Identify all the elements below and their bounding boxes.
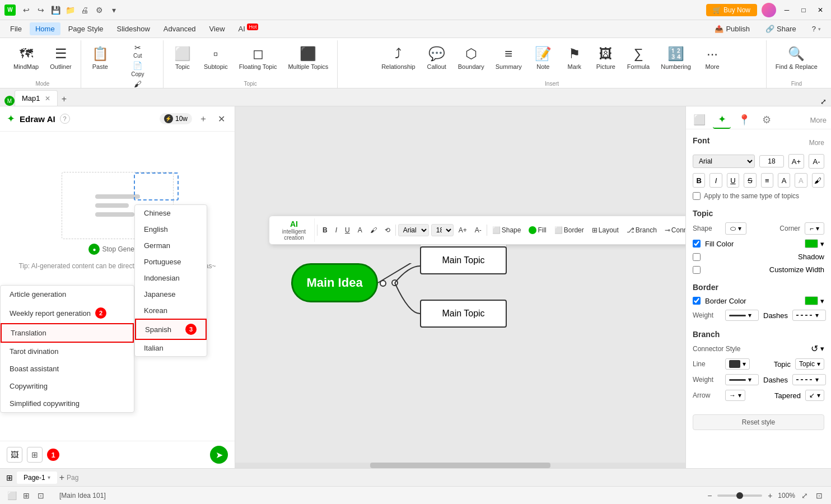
main-idea-node[interactable]: Main Idea [291,263,378,302]
zoom-out-button[interactable]: − [704,490,715,501]
ai-menu-boast[interactable]: Boast assistant [1,360,134,377]
rp-tab-pin[interactable]: 📍 [735,111,753,129]
border-color-dropdown-arrow[interactable]: ▾ [820,297,824,305]
customize-width-checkbox[interactable] [693,266,701,274]
subtopic-button[interactable]: ▫ Subtopic [199,43,232,74]
lang-indonesian[interactable]: Indonesian [135,270,207,286]
ft-italic-button[interactable]: I [333,225,340,236]
fit-page-button[interactable]: ⤢ [800,491,810,501]
lang-spanish[interactable]: Spanish 3 [135,319,207,340]
bold-button[interactable]: B [693,173,705,188]
rp-tab-style[interactable]: ✦ [713,111,731,129]
ft-underline-button[interactable]: U [342,225,353,236]
zoom-thumb[interactable] [736,492,743,499]
cut-button[interactable]: ✂ Cut [117,43,158,60]
paste-button[interactable]: 📋 Paste [86,43,115,74]
topic-2-node[interactable]: Main Topic [420,300,507,328]
menu-home[interactable]: Home [30,22,60,35]
more-button[interactable]: ··· More [698,43,727,74]
ft-branch-button[interactable]: ⎇ Branch [624,225,660,236]
menu-slideshow[interactable]: Slideshow [111,22,156,35]
branch-line-select[interactable]: ▾ [725,358,750,370]
lang-german[interactable]: German [135,237,207,254]
increase-font-button[interactable]: A+ [788,154,804,169]
redo-button[interactable]: ↪ [35,4,47,16]
floating-topic-button[interactable]: ◻ Floating Topic [235,43,282,74]
settings-button[interactable]: ⚙ [93,4,105,16]
ai-bottom-icon1-button[interactable]: 🖼 [7,447,22,463]
canvas-area[interactable]: AI intelligent creation B I U A 🖌 ⟲ Aria… [235,106,685,468]
zoom-in-button[interactable]: + [764,490,776,501]
lang-korean[interactable]: Korean [135,302,207,319]
rp-tab-settings[interactable]: ⚙ [758,111,776,129]
ft-bold-button[interactable]: B [320,225,330,236]
underline-button[interactable]: U [727,173,739,188]
lang-english[interactable]: English [135,221,207,237]
font-size-input[interactable] [759,155,784,167]
fill-color-swatch[interactable] [805,239,818,248]
ft-increase-font-button[interactable]: A+ [456,225,470,236]
ai-bottom-icon2-button[interactable]: ⊞ [27,447,43,463]
multiple-topics-button[interactable]: ⬛ Multiple Topics [283,43,333,74]
corner-select-button[interactable]: ⌐ ▾ [805,222,824,235]
help-button[interactable]: ? ▾ [806,22,827,35]
tab-add-button[interactable]: + [58,92,71,106]
publish-button[interactable]: 📤 Publish [709,22,755,35]
user-avatar[interactable] [762,3,776,17]
picture-button[interactable]: 🖼 Picture [591,43,620,74]
share-button[interactable]: 🔗 Share [760,22,802,35]
dropdown-button[interactable]: ▾ [108,4,120,16]
page-tab-dropdown[interactable]: ▾ [48,474,50,480]
border-weight-select[interactable]: ▾ [725,310,759,321]
ft-layout-button[interactable]: ⊞ Layout [589,225,622,236]
ft-shape-button[interactable]: ⬜ Shape [489,225,524,236]
scrollbar-thumb[interactable] [370,463,550,468]
fullscreen-button[interactable]: ⊡ [814,491,824,501]
apply-same-type-checkbox[interactable] [693,192,701,200]
font-color-A2-button[interactable]: A [795,173,807,188]
outliner-button[interactable]: ☰ Outliner [45,43,76,74]
lang-japanese[interactable]: Japanese [135,286,207,302]
ai-close-button[interactable]: ✕ [214,112,228,125]
highlight-button[interactable]: 🖌 [812,173,824,188]
menu-page-style[interactable]: Page Style [63,22,109,35]
page-tab-1[interactable]: Page-1 ▾ [17,472,57,484]
menu-advanced[interactable]: Advanced [158,22,202,35]
align-button[interactable]: ≡ [761,173,773,188]
copy-button[interactable]: 📄 Copy [117,60,158,78]
ft-highlight-button[interactable]: 🖌 [367,225,380,236]
expand-button[interactable]: ⤢ [820,97,827,106]
relationship-button[interactable]: ⤴ Relationship [377,43,420,74]
callout-button[interactable]: 💬 Callout [422,43,451,74]
formula-button[interactable]: ∑ Formula [623,43,654,74]
ai-menu-article-generation[interactable]: Article generation [1,286,134,303]
status-icon-2[interactable]: ⊞ [21,491,31,501]
italic-button[interactable]: I [709,173,722,188]
ai-menu-simplified-copywriting[interactable]: Simplified copywriting [1,395,134,412]
numbering-button[interactable]: 🔢 Numbering [656,43,695,74]
send-button[interactable]: ➤ [210,446,228,464]
branch-topic-select[interactable]: Topic ▾ [795,358,824,370]
find-replace-button[interactable]: 🔍 Find & Replace [771,43,822,74]
ft-font-select[interactable]: Arial [398,224,429,236]
font-family-select[interactable]: Arial [693,155,755,168]
branch-tapered-select[interactable]: ↙ ▾ [805,390,824,401]
ft-decrease-font-button[interactable]: A- [472,225,484,236]
topic-button[interactable]: ⬜ Topic [168,43,197,74]
ai-menu-tarot[interactable]: Tarot divination [1,343,134,360]
note-button[interactable]: 📝 Note [529,43,558,74]
minimize-button[interactable]: ─ [781,4,793,16]
undo-button[interactable]: ↩ [20,4,32,16]
open-button[interactable]: 📁 [64,4,76,16]
tab-map1[interactable]: Map1 ✕ [15,90,58,106]
ft-fill-button[interactable]: Fill [526,225,549,236]
maximize-button[interactable]: □ [797,4,810,16]
menu-ai[interactable]: AI Hot [233,22,264,35]
border-dashes-select[interactable]: ▾ [792,310,826,321]
decrease-font-button[interactable]: A- [809,154,824,169]
mark-button[interactable]: ⚑ Mark [560,43,589,74]
mindmap-button[interactable]: 🗺 MindMap [9,43,43,74]
menu-view[interactable]: View [204,22,231,35]
ft-connector-button[interactable]: ⊸ Connector [662,225,685,236]
close-button[interactable]: ✕ [814,4,827,16]
